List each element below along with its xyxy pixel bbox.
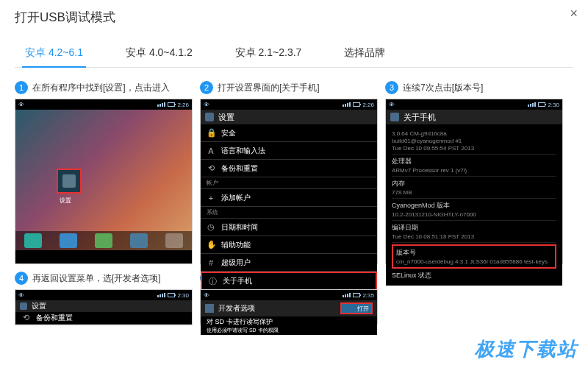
info-value: ARMv7 Processor rev 1 (v7l): [392, 167, 556, 174]
eye-icon: 👁: [389, 102, 395, 108]
wallpaper: 设置: [15, 110, 192, 250]
info-block: 处理器ARMv7 Processor rev 1 (v7l): [392, 155, 556, 177]
hand-icon: ✋: [207, 240, 215, 250]
language-icon: A: [207, 146, 215, 155]
battery-icon: [168, 102, 175, 107]
list-item: ◷日期和时间: [201, 219, 377, 236]
about-header: 关于手机: [386, 110, 562, 124]
row-label: 添加帐户: [221, 193, 251, 203]
backup-icon: ⟲: [207, 163, 215, 173]
section-header: 帐户: [201, 177, 377, 189]
list-item: #超级用户: [201, 254, 377, 272]
phone-icon: [24, 233, 42, 248]
info-label: CyanogenMod 版本: [392, 201, 556, 210]
info-label: 版本号: [396, 248, 552, 258]
row-label: 安全: [221, 128, 236, 138]
step-text: 打开设置界面的[关于手机]: [218, 82, 320, 94]
info-icon: ⓘ: [208, 276, 217, 287]
info-block: 编译日期Tue Dec 10 08:51:18 PST 2013: [392, 221, 556, 243]
time-label: 2:26: [362, 102, 374, 108]
list-item: +添加帐户: [201, 189, 377, 207]
step-1: 1 在所有程序中找到[设置]，点击进入 👁 2:26 设置: [15, 81, 193, 264]
tab-android-40-412[interactable]: 安卓 4.0~4.1.2: [123, 40, 196, 67]
info-label: 编译日期: [392, 223, 556, 233]
info-value: 10.2-20131210-NIGHTLY-n7000: [392, 211, 556, 218]
step-2: 2 打开设置界面的[关于手机] 👁 2:26 设置 🔒安全 A语言和输入法 ⟲备…: [200, 81, 378, 264]
battery-icon: [538, 102, 545, 107]
time-label: 2:30: [177, 292, 189, 299]
header-title: 开发者选项: [218, 303, 255, 314]
settings-app-icon: [57, 169, 82, 194]
list-item: A语言和输入法: [201, 142, 377, 160]
row-label: 日期和时间: [221, 222, 258, 233]
info-value: cm_n7000-userdebug 4.3.1 JLS36I 01ad8558…: [396, 258, 552, 265]
developer-options-header: 开发者选项 打开: [201, 300, 377, 316]
eye-icon: 👁: [18, 102, 24, 108]
page-title: 打开USB调试模式: [15, 9, 573, 26]
eye-icon: 👁: [18, 292, 24, 299]
info-value: Tue Dec 10 08:51:18 PST 2013: [392, 233, 556, 240]
time-label: 2:30: [548, 102, 559, 108]
list-item: ⟲备份和重置: [201, 160, 377, 177]
battery-icon: [353, 293, 360, 297]
info-line: 3.0.64 CM-g9d16c8a: [392, 130, 556, 137]
settings-app-label: 设置: [60, 197, 71, 205]
step-4: 4 再返回设置菜单，选[开发者选项] 👁 2:30 设置 ⟲备份和重置: [15, 272, 193, 325]
screenshot-3: 👁 2:30 关于手机 3.0.64 CM-g9d16c8a build01@c…: [385, 99, 563, 264]
row-label: 备份和重置: [221, 163, 258, 174]
contacts-icon: [60, 233, 77, 248]
signal-icon: [343, 293, 351, 297]
about-phone-row: ⓘ关于手机: [201, 272, 377, 291]
header-title: 关于手机: [404, 112, 436, 123]
info-label: 处理器: [392, 157, 556, 166]
toggle-switch: 打开: [340, 302, 373, 314]
header-title: 设置: [32, 301, 46, 311]
screenshot-5: 👁 2:35 开发者选项 打开 对 SD 卡进行读写保护 使用必须申请读写 SD…: [200, 289, 378, 325]
tab-select-brand[interactable]: 选择品牌: [341, 40, 388, 67]
apps-icon: [165, 233, 183, 248]
row-label: 关于手机: [223, 276, 252, 286]
option-subtitle: 使用必须申请读写 SD 卡的权限: [207, 327, 371, 334]
row-label: 备份和重置: [36, 313, 73, 323]
step-number: 3: [385, 81, 398, 94]
signal-icon: [157, 102, 165, 107]
section-header: 系统: [201, 207, 377, 219]
step-number: 1: [15, 81, 28, 94]
settings-icon: [390, 113, 399, 121]
info-block: 3.0.64 CM-g9d16c8a build01@cyanogenmod #…: [392, 127, 556, 155]
step-number: 2: [200, 81, 213, 94]
battery-icon: [168, 293, 175, 297]
screenshot-4: 👁 2:30 设置: [15, 289, 193, 311]
build-number-block: 版本号cm_n7000-userdebug 4.3.1 JLS36I 01ad8…: [392, 244, 556, 269]
tab-android-42-61[interactable]: 安卓 4.2~6.1: [22, 40, 86, 67]
tab-android-21-237[interactable]: 安卓 2.1~2.3.7: [232, 40, 305, 67]
info-block: CyanogenMod 版本10.2-20131210-NIGHTLY-n700…: [392, 199, 556, 221]
time-label: 2:26: [177, 102, 189, 108]
info-label: SELinux 状态: [392, 271, 556, 280]
signal-icon: [528, 102, 536, 107]
list-item: ✋辅助功能: [201, 236, 377, 254]
signal-icon: [157, 293, 165, 297]
browser-icon: [130, 233, 148, 248]
header-title: 设置: [218, 112, 234, 123]
tabs: 安卓 4.2~6.1 安卓 4.0~4.1.2 安卓 2.1~2.3.7 选择品…: [15, 40, 573, 68]
info-line: Tue Dec 10 09:55:54 PST 2013: [392, 145, 556, 152]
row-label: 语言和输入法: [221, 146, 265, 156]
backup-icon: ⟲: [21, 313, 30, 322]
eye-icon: 👁: [204, 102, 209, 108]
list-item: 🔒安全: [201, 124, 377, 142]
info-line: build01@cyanogenmod #1: [392, 138, 556, 144]
settings-icon: [20, 302, 27, 310]
info-block: 内存778 MB: [392, 177, 556, 199]
navbar: [15, 231, 192, 250]
option-title: 对 SD 卡进行读写保护: [207, 317, 371, 327]
close-icon[interactable]: ×: [570, 6, 578, 21]
step-3: 3 连续7次点击[版本号] 👁 2:30 关于手机 3.0.64 CM-g9d1…: [385, 81, 563, 264]
lock-icon: 🔒: [207, 128, 215, 138]
info-label: 内存: [392, 179, 556, 188]
battery-icon: [353, 102, 360, 107]
settings-icon: [205, 304, 214, 313]
screenshot-1: 👁 2:26 设置: [15, 99, 193, 264]
step-text: 再返回设置菜单，选[开发者选项]: [32, 272, 161, 285]
signal-icon: [343, 102, 351, 107]
